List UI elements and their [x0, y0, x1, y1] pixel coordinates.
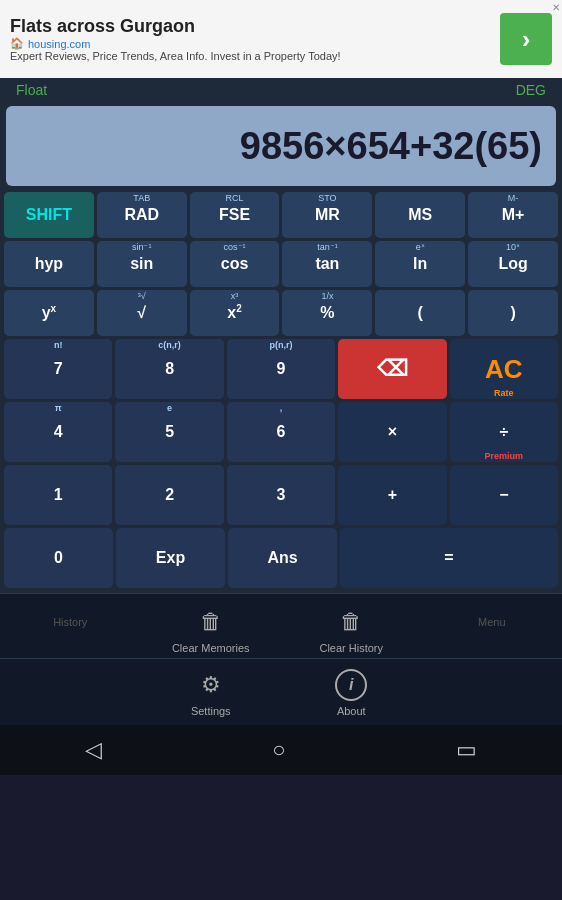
- about-item[interactable]: i About: [281, 663, 422, 721]
- ad-arrow-button[interactable]: ›: [500, 13, 552, 65]
- ad-banner: Flats across Gurgaon 🏠 housing.com Exper…: [0, 0, 562, 78]
- three-button[interactable]: 3: [227, 465, 335, 525]
- rad-button[interactable]: TAB RAD: [97, 192, 187, 238]
- settings-about-bar: ⚙ Settings i About: [0, 658, 562, 725]
- one-button[interactable]: 1: [4, 465, 112, 525]
- history-icon: History: [52, 604, 88, 640]
- mr-button[interactable]: STO MR: [282, 192, 372, 238]
- shift-button[interactable]: SHIFT: [4, 192, 94, 238]
- float-mode-label: Float: [16, 82, 47, 98]
- menu-icon: Menu: [474, 604, 510, 640]
- clear-memories-icon: 🗑: [193, 604, 229, 640]
- settings-placeholder: [0, 663, 141, 671]
- home-nav-button[interactable]: ○: [252, 729, 305, 771]
- ans-button[interactable]: Ans: [228, 528, 337, 588]
- menu-placeholder: [422, 663, 563, 671]
- bottom-action-bar: History 🗑 Clear Memories 🗑 Clear History…: [0, 593, 562, 658]
- deg-mode-label: DEG: [516, 82, 546, 98]
- yx-button[interactable]: yx: [4, 290, 94, 336]
- nine-button[interactable]: p(n,r) 9: [227, 339, 335, 399]
- lparen-button[interactable]: (: [375, 290, 465, 336]
- navigation-bar: ◁ ○ ▭: [0, 725, 562, 775]
- six-button[interactable]: , 6: [227, 402, 335, 462]
- ad-title: Flats across Gurgaon: [10, 16, 500, 37]
- eight-button[interactable]: c(n,r) 8: [115, 339, 223, 399]
- row-789: n! 7 c(n,r) 8 p(n,r) 9 ⌫ Rate AC: [4, 339, 558, 399]
- rparen-button[interactable]: ): [468, 290, 558, 336]
- row-shift: SHIFT TAB RAD RCL FSE STO MR MS M- M+: [4, 192, 558, 238]
- ms-button[interactable]: MS: [375, 192, 465, 238]
- ad-source: 🏠 housing.com: [10, 37, 500, 50]
- plus-button[interactable]: +: [338, 465, 446, 525]
- clear-history-label: Clear History: [319, 642, 383, 654]
- calculator: Float DEG 9856×654+32(65) SHIFT TAB RAD …: [0, 78, 562, 775]
- ln-button[interactable]: eˣ ln: [375, 241, 465, 287]
- five-button[interactable]: e 5: [115, 402, 223, 462]
- ac-button[interactable]: Rate AC: [450, 339, 558, 399]
- zero-button[interactable]: 0: [4, 528, 113, 588]
- clear-memories-label: Clear Memories: [172, 642, 250, 654]
- settings-icon: ⚙: [193, 667, 229, 703]
- clear-history-icon: 🗑: [333, 604, 369, 640]
- two-button[interactable]: 2: [115, 465, 223, 525]
- log-button[interactable]: 10ˣ Log: [468, 241, 558, 287]
- clear-history-item[interactable]: 🗑 Clear History: [281, 600, 422, 658]
- xsq-button[interactable]: x³ x2: [190, 290, 280, 336]
- tan-button[interactable]: tan⁻¹ tan: [282, 241, 372, 287]
- pct-button[interactable]: 1/x %: [282, 290, 372, 336]
- ad-close-button[interactable]: ✕: [552, 2, 560, 13]
- mplus-button[interactable]: M- M+: [468, 192, 558, 238]
- row-0exp: 0 Exp Ans =: [4, 528, 558, 588]
- seven-button[interactable]: n! 7: [4, 339, 112, 399]
- divide-button[interactable]: Premium ÷: [450, 402, 558, 462]
- row-advanced: yx ³√ √ x³ x2 1/x % ( ): [4, 290, 558, 336]
- display-text: 9856×654+32(65): [240, 125, 542, 168]
- menu-item[interactable]: Menu: [422, 600, 563, 644]
- multiply-button[interactable]: ×: [338, 402, 446, 462]
- about-icon: i: [333, 667, 369, 703]
- settings-item[interactable]: ⚙ Settings: [141, 663, 282, 721]
- sin-button[interactable]: sin⁻¹ sin: [97, 241, 187, 287]
- settings-label: Settings: [191, 705, 231, 717]
- mode-row: Float DEG: [0, 78, 562, 102]
- four-button[interactable]: π 4: [4, 402, 112, 462]
- recent-nav-button[interactable]: ▭: [436, 729, 497, 771]
- back-nav-button[interactable]: ◁: [65, 729, 122, 771]
- ad-text: Flats across Gurgaon 🏠 housing.com Exper…: [10, 16, 500, 62]
- equals-button[interactable]: =: [340, 528, 558, 588]
- fse-button[interactable]: RCL FSE: [190, 192, 280, 238]
- ad-description: Expert Reviews, Price Trends, Area Info.…: [10, 50, 500, 62]
- minus-button[interactable]: −: [450, 465, 558, 525]
- clear-memories-item[interactable]: 🗑 Clear Memories: [141, 600, 282, 658]
- exp-button[interactable]: Exp: [116, 528, 225, 588]
- row-456: π 4 e 5 , 6 × Premium ÷: [4, 402, 558, 462]
- about-label: About: [337, 705, 366, 717]
- hyp-button[interactable]: hyp: [4, 241, 94, 287]
- calculator-display: 9856×654+32(65): [6, 106, 556, 186]
- row-trig: hyp sin⁻¹ sin cos⁻¹ cos tan⁻¹ tan eˣ ln …: [4, 241, 558, 287]
- buttons-area: SHIFT TAB RAD RCL FSE STO MR MS M- M+: [0, 190, 562, 593]
- sqrt-button[interactable]: ³√ √: [97, 290, 187, 336]
- backspace-button[interactable]: ⌫: [338, 339, 446, 399]
- row-123: 1 2 3 + −: [4, 465, 558, 525]
- cos-button[interactable]: cos⁻¹ cos: [190, 241, 280, 287]
- history-item[interactable]: History: [0, 600, 141, 644]
